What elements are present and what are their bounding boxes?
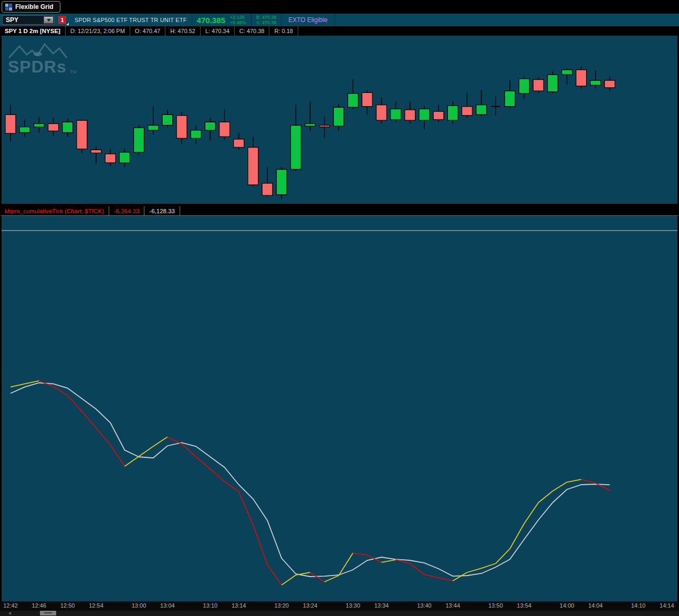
candle-down bbox=[105, 154, 116, 163]
tick-line-up-segment bbox=[381, 560, 395, 562]
tick-line-up-segment bbox=[296, 572, 310, 575]
candle-down bbox=[234, 139, 244, 148]
candle-down bbox=[533, 79, 544, 91]
time-axis-label: 13:50 bbox=[488, 602, 503, 609]
indicator-name[interactable]: khpro_cumulativeTick (Chart, $TICK) bbox=[0, 206, 109, 215]
candle-up bbox=[348, 93, 358, 107]
tick-line-up-segment bbox=[153, 437, 168, 446]
candle-down bbox=[319, 126, 330, 127]
symbol-row: SPY 1 SPDR S&P500 ETF TRUST TR UNIT ETF … bbox=[0, 14, 679, 26]
candle-up bbox=[447, 106, 458, 120]
chart-header: SPY 1 D 2m [NYSE] D: 12/21/23, 2:06 PM O… bbox=[0, 26, 679, 36]
window-title: Flexible Grid bbox=[15, 3, 54, 11]
tick-line-up-segment bbox=[567, 479, 581, 482]
time-axis-label: 12:54 bbox=[89, 602, 103, 609]
tick-line-up-segment bbox=[325, 576, 339, 582]
tick-line-up-segment bbox=[552, 482, 567, 491]
tick-line-up-segment bbox=[124, 456, 139, 466]
tick-line-down-segment bbox=[68, 395, 82, 411]
tick-line-up-segment bbox=[538, 491, 552, 503]
separator bbox=[335, 14, 335, 26]
candle-up bbox=[62, 122, 73, 132]
tick-line-down-segment bbox=[168, 437, 182, 444]
bid-ask-block: B: 470.38 A: 470.39 bbox=[256, 15, 277, 25]
time-axis-label: 14:14 bbox=[660, 602, 674, 609]
alert-badge[interactable]: 1 bbox=[58, 16, 66, 24]
candlestick-chart-panel[interactable]: SPDRs TM bbox=[0, 36, 679, 204]
tick-line-down-segment bbox=[410, 563, 424, 575]
candle-up bbox=[19, 127, 30, 133]
time-axis-label: 12:42 bbox=[3, 602, 18, 609]
divider-handle[interactable] bbox=[40, 611, 56, 615]
candlestick-chart[interactable] bbox=[2, 36, 677, 204]
indicator-value-average: -6,128.33 bbox=[144, 206, 180, 215]
candle-up bbox=[562, 70, 572, 75]
tick-line-down-segment bbox=[96, 428, 110, 445]
time-axis-label: 13:00 bbox=[132, 602, 147, 609]
time-axis-label: 14:10 bbox=[631, 602, 646, 609]
tick-line-up-segment bbox=[482, 563, 496, 568]
tick-line-up-segment bbox=[496, 549, 510, 563]
range-cell: R: 0.18 bbox=[269, 26, 298, 36]
open-cell: O: 470.47 bbox=[130, 26, 165, 36]
time-axis-label: 13:44 bbox=[446, 602, 461, 609]
candle-down bbox=[48, 123, 59, 131]
change-percent: +0.45% bbox=[230, 20, 246, 25]
candle-up bbox=[34, 123, 44, 127]
candle-down bbox=[604, 80, 615, 88]
candle-up bbox=[276, 169, 287, 194]
separator bbox=[251, 14, 252, 26]
tick-line-down-segment bbox=[367, 555, 381, 562]
time-axis-label: 13:24 bbox=[303, 602, 318, 609]
candle-up bbox=[119, 152, 130, 163]
bid-value: B: 470.38 bbox=[256, 15, 277, 20]
candle-down bbox=[362, 92, 372, 106]
tick-indicator-chart[interactable] bbox=[2, 216, 677, 601]
tick-line-up-segment bbox=[510, 524, 524, 549]
ask-value: A: 470.39 bbox=[256, 20, 277, 25]
indicator-value-tick: -6,264.33 bbox=[109, 206, 145, 215]
candle-up bbox=[162, 114, 173, 125]
average-line bbox=[11, 383, 610, 577]
scroll-left-icon[interactable] bbox=[8, 612, 11, 615]
chart-title: SPY 1 D 2m [NYSE] bbox=[0, 26, 66, 36]
window-title-tab[interactable]: Flexible Grid bbox=[2, 1, 60, 13]
time-axis-label: 13:14 bbox=[232, 602, 246, 609]
time-axis-label: 14:04 bbox=[588, 602, 603, 609]
last-price: 470.385 bbox=[197, 16, 225, 25]
datetime-cell: D: 12/21/23, 2:06 PM bbox=[66, 26, 130, 36]
tick-line-down-segment bbox=[110, 445, 124, 466]
tick-line-up-segment bbox=[467, 568, 481, 572]
separator bbox=[192, 14, 192, 26]
symbol-input[interactable]: SPY bbox=[2, 15, 55, 25]
candle-down bbox=[462, 107, 472, 116]
candle-down bbox=[262, 183, 273, 195]
tick-line-up-segment bbox=[453, 572, 467, 581]
time-axis-label: 13:04 bbox=[160, 602, 175, 609]
grid-icon bbox=[5, 4, 12, 11]
tick-line-up-segment bbox=[139, 446, 153, 456]
tick-line-up-segment bbox=[524, 503, 538, 524]
candle-down bbox=[248, 148, 258, 185]
candle-up bbox=[590, 80, 601, 85]
candle-up bbox=[290, 126, 301, 170]
time-axis-label: 12:46 bbox=[32, 602, 47, 609]
candle-up bbox=[134, 128, 144, 152]
candle-down bbox=[77, 120, 87, 149]
chevron-down-icon bbox=[47, 19, 51, 22]
close-cell: C: 470.38 bbox=[235, 26, 270, 36]
candle-up bbox=[505, 91, 515, 107]
candle-up bbox=[519, 79, 529, 93]
symbol-dropdown-button[interactable] bbox=[44, 16, 54, 24]
separator bbox=[281, 14, 281, 26]
tick-line-down-segment bbox=[424, 575, 438, 578]
high-cell: H: 470.52 bbox=[165, 26, 201, 36]
tick-line-down-segment bbox=[82, 411, 96, 428]
candle-down bbox=[91, 150, 101, 153]
time-axis-label: 13:54 bbox=[517, 602, 531, 609]
exto-eligible-label: EXTO Eligible bbox=[286, 16, 329, 24]
tick-line-down-segment bbox=[353, 553, 367, 555]
tick-indicator-panel[interactable] bbox=[0, 215, 679, 601]
symbol-value: SPY bbox=[6, 16, 18, 24]
candle-down bbox=[220, 122, 230, 137]
